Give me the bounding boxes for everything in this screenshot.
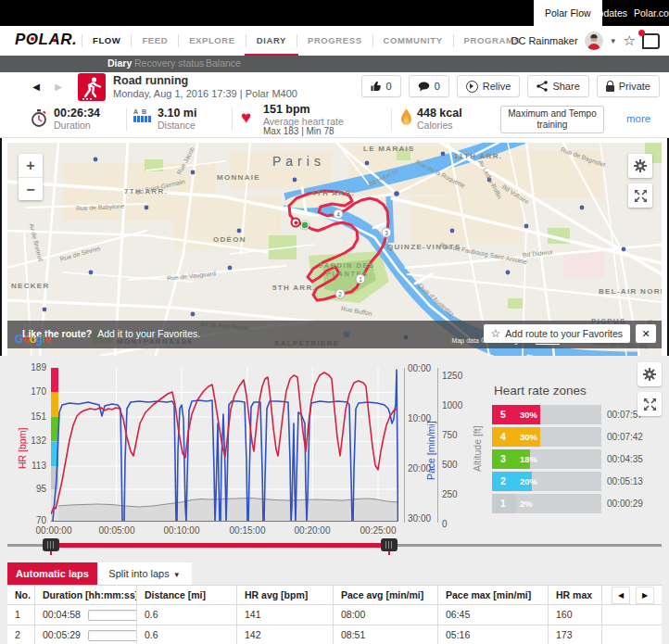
zoom-out-button[interactable]: − bbox=[19, 178, 43, 201]
close-overlay-button[interactable]: ✕ bbox=[636, 324, 656, 343]
zone-percent: 20% bbox=[520, 472, 537, 491]
col-distance: Distance [mi] bbox=[137, 586, 237, 605]
route-marker-start bbox=[301, 221, 309, 230]
col-pace-avg: Pace avg [min/mi] bbox=[334, 586, 438, 605]
x-tick: 00:05:00 bbox=[91, 525, 143, 536]
map-label: Rue de Vaugirard bbox=[167, 270, 216, 281]
hr-tick: 113 bbox=[9, 461, 46, 471]
nav-item-feed[interactable]: FEED bbox=[131, 34, 178, 47]
zoom-in-button[interactable]: + bbox=[19, 154, 43, 178]
col-hr-avg: HR avg [bpm] bbox=[237, 586, 334, 605]
summary-stats-bar: 00:26:34 Duration A B 3.10 mi Distance ♥… bbox=[0, 102, 669, 138]
nav-item-explore[interactable]: EXPLORE bbox=[178, 34, 246, 47]
previous-session-button[interactable]: ◀ bbox=[26, 77, 46, 97]
alt-tick: 1000 bbox=[442, 400, 462, 410]
polar-flow-page: Polar Flow Updates Polar.com POLAR. FLOW… bbox=[0, 0, 669, 644]
map-label: Bd Voltaire bbox=[501, 183, 530, 206]
hr-tick: 151 bbox=[9, 411, 46, 422]
map-label: Rue du Faubourg Saint-Antoine bbox=[439, 242, 527, 265]
distance-label: Distance bbox=[158, 120, 196, 131]
more-link[interactable]: more bbox=[626, 113, 650, 124]
route-map[interactable]: ParisLE MARAISMONNAIEODÉON7TH ARR.4TH AR… bbox=[7, 143, 662, 356]
zone-time: 00:04:35 bbox=[607, 449, 643, 469]
next-session-button[interactable]: ▶ bbox=[48, 77, 69, 97]
chevron-down-icon[interactable]: ▼ bbox=[610, 37, 617, 45]
alt-tick: 0 bbox=[442, 519, 448, 529]
map-label: Rue de Babylone bbox=[76, 203, 124, 212]
subnav-recovery-status[interactable]: Recovery status bbox=[134, 56, 204, 72]
hr-tick: 132 bbox=[9, 436, 46, 446]
hr-zones-title: Heart rate zones bbox=[494, 384, 587, 398]
activity-header: ◀ ▶ Road running Monday, Aug 1, 2016 17:… bbox=[0, 72, 669, 102]
nav-item-diary[interactable]: DIARY bbox=[246, 34, 297, 47]
training-chart[interactable] bbox=[51, 368, 398, 522]
route-marker-1: 1 bbox=[356, 274, 366, 284]
avatar[interactable] bbox=[585, 32, 603, 50]
stopwatch-icon bbox=[31, 109, 47, 132]
map-label: 4TH ARR. bbox=[311, 189, 355, 197]
map-settings-button[interactable] bbox=[628, 154, 652, 178]
share-button[interactable]: Share bbox=[527, 75, 588, 97]
x-tick: 00:15:00 bbox=[221, 525, 273, 536]
chart-settings-button[interactable] bbox=[637, 362, 662, 386]
alt-tick: 1250 bbox=[442, 371, 462, 381]
tab-polar-com[interactable]: Polar.com bbox=[623, 0, 669, 26]
polar-logo[interactable]: POLAR. bbox=[15, 31, 77, 49]
zone-bar bbox=[514, 494, 516, 513]
hr-zone-row-3: 3 18% 00:04:35 bbox=[492, 449, 646, 469]
lock-icon bbox=[606, 85, 614, 92]
gear-icon bbox=[634, 159, 647, 172]
route-marker-4: 4 bbox=[334, 209, 344, 220]
automatic-laps-tab[interactable]: Automatic laps bbox=[7, 562, 97, 585]
like-button[interactable]: 0 bbox=[361, 75, 401, 97]
training-benefit: Maximum and Tempo training bbox=[500, 106, 604, 133]
map-fullscreen-button[interactable] bbox=[628, 183, 652, 208]
comment-button[interactable]: 0 bbox=[409, 75, 449, 97]
expand-icon bbox=[635, 190, 647, 202]
slider-handle-left[interactable] bbox=[43, 538, 59, 551]
map-label: NECKER bbox=[11, 282, 50, 290]
chevron-down-icon: ▼ bbox=[173, 571, 181, 579]
divider bbox=[126, 108, 127, 131]
nav-items: FLOW FEED EXPLORE DIARY PROGRESS COMMUNI… bbox=[82, 26, 530, 56]
time-range-slider[interactable] bbox=[7, 538, 662, 555]
lap-row-1[interactable]: 1 00:04:58 0.6 141 08:00 06:45 160 bbox=[7, 605, 662, 625]
hr-zone-row-5: 5 30% 00:07:57 bbox=[492, 405, 646, 424]
subnav-balance[interactable]: Balance bbox=[206, 56, 241, 72]
duration-bar bbox=[88, 610, 137, 621]
nav-item-flow[interactable]: FLOW bbox=[82, 34, 131, 47]
map-label: Av de Breteuil bbox=[29, 222, 44, 262]
zone-number: 4 bbox=[492, 427, 514, 447]
user-name: DC Rainmaker bbox=[511, 35, 577, 46]
split-into-laps-dropdown[interactable]: Split into laps▼ bbox=[97, 562, 192, 585]
map-label: MONNAIE bbox=[217, 173, 260, 182]
notifications-icon[interactable] bbox=[642, 33, 660, 49]
slider-tick bbox=[50, 551, 52, 555]
map-zoom-control: + − bbox=[19, 154, 43, 200]
alt-tick: 750 bbox=[442, 430, 458, 440]
relive-button[interactable]: Relive bbox=[457, 75, 521, 97]
gear-icon bbox=[643, 368, 656, 381]
hr-axis-label: HR [bpm] bbox=[17, 428, 28, 469]
nav-item-community[interactable]: COMMUNITY bbox=[372, 34, 453, 47]
privacy-button[interactable]: Private bbox=[597, 75, 660, 97]
table-next-button[interactable]: ▶ bbox=[636, 587, 654, 604]
lap-row-2[interactable]: 2 00:05:29 0.6 142 08:51 05:16 173 bbox=[7, 625, 662, 644]
flame-icon bbox=[400, 108, 412, 131]
alt-tick: 500 bbox=[442, 460, 458, 470]
nav-item-progress[interactable]: PROGRESS bbox=[297, 34, 372, 47]
map-label: Rue Jacob bbox=[176, 146, 196, 176]
favorites-star-icon[interactable]: ☆ bbox=[624, 32, 636, 49]
col-pace-max: Pace max [min/mi] bbox=[438, 586, 549, 605]
laps-header-row: No. Duration [hh:mm:ss] Distance [mi] HR… bbox=[7, 586, 662, 605]
calories-value: 448 kcal bbox=[417, 107, 462, 120]
table-prev-button[interactable]: ◀ bbox=[612, 587, 630, 604]
slider-handle-right[interactable] bbox=[381, 538, 398, 551]
avg-hr-value: 151 bpm bbox=[263, 103, 310, 116]
divider bbox=[232, 108, 233, 131]
chart-fullscreen-button[interactable] bbox=[637, 392, 662, 416]
user-menu[interactable]: DC Rainmaker ▼ ☆ bbox=[511, 26, 660, 56]
map-label: LE MARAIS bbox=[363, 145, 415, 153]
main-nav: POLAR. FLOW FEED EXPLORE DIARY PROGRESS … bbox=[0, 26, 669, 57]
like-count: 0 bbox=[386, 81, 392, 92]
